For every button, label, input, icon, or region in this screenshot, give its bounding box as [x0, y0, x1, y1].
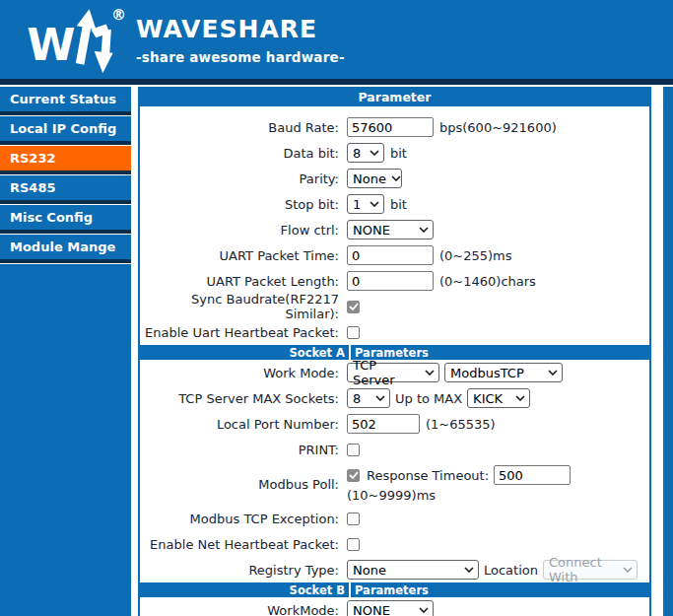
- up-to-max-text: Up to MAX: [395, 391, 462, 406]
- local-port-range: (1~65535): [426, 417, 496, 432]
- socket-b-workmode-selected: NONE: [353, 603, 390, 616]
- socket-b-workmode-label: WorkMode:: [140, 603, 347, 616]
- chevron-down-icon: [370, 201, 379, 207]
- brand-block: WAVESHARE -share awesome hardware-: [136, 15, 345, 65]
- max-sockets-selected: 8: [353, 391, 361, 406]
- max-sockets-select[interactable]: 8: [347, 388, 390, 408]
- sidebar-item-module-mange[interactable]: Module Mange: [0, 235, 131, 259]
- sidebar-item-current-status[interactable]: Current Status: [0, 87, 131, 111]
- response-timeout-range: (10~9999)ms: [347, 486, 571, 504]
- waveshare-logo: W ®: [28, 4, 122, 75]
- print-row: PRINT:: [140, 437, 649, 462]
- modbus-tcp-exception-checkbox[interactable]: [347, 513, 360, 525]
- socket-a-group: Work Mode: TCP Server ModbusTCP: [140, 360, 649, 582]
- modbus-poll-row: Modbus Poll: Response Timeout:: [140, 462, 649, 506]
- parity-select[interactable]: None: [347, 169, 402, 188]
- data-bit-label: Data bit:: [140, 146, 347, 161]
- print-checkbox[interactable]: [347, 444, 360, 456]
- sidebar-item-misc-config[interactable]: Misc Config: [0, 205, 131, 230]
- registry-type-selected: None: [353, 563, 386, 578]
- chevron-down-icon: [419, 227, 429, 233]
- sidebar-item-label: Misc Config: [10, 210, 93, 225]
- socket-b-workmode-select[interactable]: NONE: [347, 600, 434, 616]
- parity-row: Parity: None: [140, 166, 649, 191]
- socket-b-workmode-row: WorkMode: NONE: [140, 597, 649, 616]
- right-margin-strip: [663, 87, 673, 616]
- work-mode-protocol-selected: ModbusTCP: [450, 366, 524, 380]
- flow-ctrl-select[interactable]: NONE: [347, 220, 434, 240]
- sync-baudrate-row: Sync Baudrate(RF2217 Similar):: [140, 294, 649, 319]
- chevron-down-icon: [548, 370, 558, 376]
- net-heartbeat-checkbox[interactable]: [347, 538, 360, 551]
- uart-packet-length-label: UART Packet Length:: [140, 274, 347, 289]
- local-port-input[interactable]: [347, 414, 420, 434]
- socket-b-group: WorkMode: NONE: [140, 597, 649, 616]
- uart-packet-time-input[interactable]: [347, 245, 434, 265]
- sidebar-item-rs485[interactable]: RS485: [0, 175, 131, 200]
- stop-bit-unit: bit: [390, 197, 407, 212]
- stop-bit-select[interactable]: 1: [347, 194, 384, 214]
- stop-bit-label: Stop bit:: [140, 197, 347, 212]
- kick-select[interactable]: KICK: [467, 388, 530, 408]
- modbus-tcp-exception-label: Modbus TCP Exception:: [140, 512, 347, 526]
- uart-packet-length-input[interactable]: [347, 271, 434, 291]
- svg-text:W: W: [28, 20, 75, 71]
- baud-rate-row: Baud Rate: bps(600~921600): [140, 114, 649, 140]
- sidebar-item-rs232[interactable]: RS232: [0, 146, 131, 171]
- sidebar-item-label: Module Mange: [10, 240, 115, 254]
- baud-rate-input[interactable]: [347, 117, 434, 137]
- uart-heartbeat-row: Enable Uart Heartbeat Packet:: [140, 319, 649, 345]
- socket-b-title: Socket B: [140, 583, 349, 597]
- uart-heartbeat-label: Enable Uart Heartbeat Packet:: [140, 325, 347, 340]
- sync-baudrate-label: Sync Baudrate(RF2217 Similar):: [140, 292, 347, 321]
- sidebar-main-gap: [131, 87, 138, 616]
- location-label: Location: [484, 563, 538, 578]
- sidebar-nav: Current Status Local IP Config RS232 RS4…: [0, 87, 131, 616]
- sidebar-item-label: RS232: [10, 151, 56, 166]
- work-mode-select[interactable]: TCP Server: [347, 363, 439, 382]
- modbus-poll-checkbox[interactable]: [347, 469, 360, 482]
- uart-packet-time-row: UART Packet Time: (0~255)ms: [140, 242, 649, 268]
- chevron-down-icon: [464, 567, 474, 573]
- registered-trademark: ®: [111, 6, 126, 24]
- location-selected: Connect With: [549, 555, 618, 584]
- flow-ctrl-row: Flow ctrl: NONE: [140, 217, 649, 242]
- uart-packet-time-label: UART Packet Time:: [140, 248, 347, 263]
- sidebar-item-label: Local IP Config: [10, 121, 116, 136]
- sidebar-item-local-ip-config[interactable]: Local IP Config: [0, 116, 131, 141]
- parity-label: Parity:: [140, 171, 347, 186]
- registry-type-label: Registry Type:: [140, 563, 347, 578]
- checkmark-icon: [349, 303, 359, 310]
- work-mode-row: Work Mode: TCP Server ModbusTCP: [140, 360, 649, 385]
- stop-bit-selected: 1: [353, 197, 361, 212]
- local-port-row: Local Port Number: (1~65535): [140, 411, 649, 437]
- data-bit-select[interactable]: 8: [347, 143, 384, 163]
- response-timeout-label: Response Timeout:: [367, 468, 489, 483]
- chevron-down-icon: [370, 150, 379, 156]
- header: W ® WAVESHARE -share awesome hardware-: [0, 0, 673, 79]
- modbus-tcp-exception-row: Modbus TCP Exception:: [140, 506, 649, 531]
- local-port-label: Local Port Number:: [140, 417, 347, 432]
- max-sockets-row: TCP Server MAX Sockets: 8 Up to MAX KICK: [140, 385, 649, 411]
- uart-heartbeat-checkbox[interactable]: [347, 326, 360, 339]
- socket-b-section-header: Socket B Parameters: [140, 582, 649, 597]
- net-heartbeat-row: Enable Net Heartbeat Packet:: [140, 531, 649, 557]
- socket-b-subtitle: Parameters: [351, 583, 429, 597]
- waveshare-logo-icon: W: [28, 4, 122, 75]
- baud-rate-range: bps(600~921600): [439, 120, 557, 135]
- data-bit-unit: bit: [390, 146, 407, 161]
- work-mode-protocol-select[interactable]: ModbusTCP: [444, 363, 563, 382]
- socket-a-title: Socket A: [140, 346, 349, 360]
- panel-title: Parameter: [140, 87, 649, 106]
- sync-baudrate-checkbox[interactable]: [347, 301, 360, 313]
- checkmark-icon: [349, 471, 359, 479]
- uart-packet-length-row: UART Packet Length: (0~1460)chars: [140, 268, 649, 294]
- data-bit-row: Data bit: 8 bit: [140, 140, 649, 166]
- uart-packet-time-range: (0~255)ms: [439, 248, 512, 263]
- chevron-down-icon: [391, 175, 401, 181]
- registry-type-select[interactable]: None: [347, 560, 479, 580]
- response-timeout-input[interactable]: [494, 465, 571, 485]
- work-mode-label: Work Mode:: [140, 366, 347, 380]
- modbus-poll-label: Modbus Poll:: [140, 477, 347, 492]
- kick-selected: KICK: [473, 391, 503, 406]
